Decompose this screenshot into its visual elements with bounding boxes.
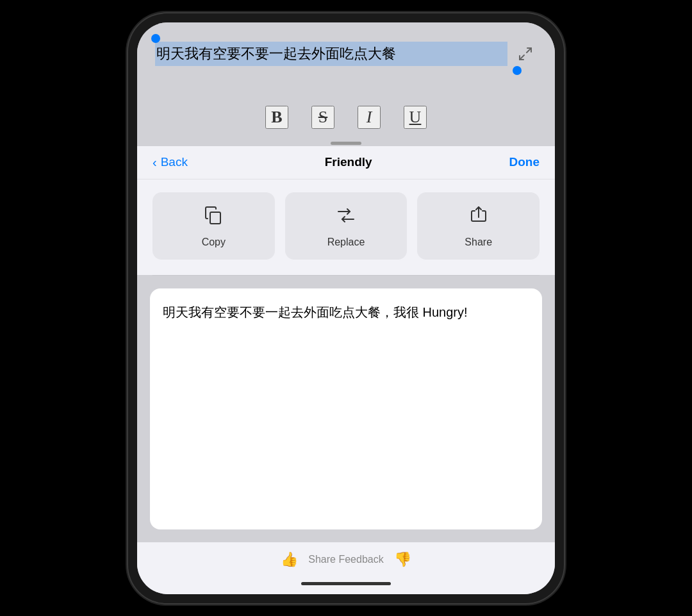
section-divider [152,275,540,276]
share-icon [468,205,489,230]
selected-text-row: 明天我有空要不要一起去外面吃点大餐 [155,42,537,67]
italic-button[interactable]: I [358,106,381,129]
done-button[interactable]: Done [509,155,540,169]
drag-handle-bar [331,142,361,145]
thumbs-up-icon[interactable]: 👍 [281,551,298,568]
copy-button[interactable]: Copy [152,192,275,260]
share-button[interactable]: Share [417,192,540,260]
bold-button[interactable]: B [265,106,288,129]
strikethrough-button[interactable]: S [311,106,334,129]
back-label: Back [161,155,188,169]
underline-button[interactable]: U [404,106,427,129]
translation-result: 明天我有空要不要一起去外面吃点大餐，我很 Hungry! [150,288,542,529]
back-button[interactable]: ‹ Back [152,155,188,170]
feedback-section: 👍 Share Feedback 👎 [137,542,555,577]
feedback-label: Share Feedback [308,554,383,565]
share-label: Share [465,237,492,248]
text-editing-area: 明天我有空要不要一起去外面吃点大餐 [137,22,555,99]
nav-title: Friendly [325,155,372,169]
chevron-left-icon: ‹ [152,155,157,170]
svg-rect-2 [210,212,220,224]
replace-label: Replace [327,237,365,248]
formatting-toolbar: B S I U [137,99,555,138]
phone-screen: 明天我有空要不要一起去外面吃点大餐 B S I U [137,22,555,594]
replace-icon [336,205,356,230]
action-buttons-section: Copy Replace [137,179,555,275]
svg-line-1 [520,55,524,60]
replace-button[interactable]: Replace [285,192,408,260]
copy-label: Copy [202,237,226,248]
copy-icon [203,205,224,230]
thumbs-down-icon[interactable]: 👎 [394,551,411,568]
cursor-handle-right [513,66,522,75]
svg-line-0 [527,48,531,53]
selected-text-display: 明天我有空要不要一起去外面吃点大餐 [155,42,507,67]
drag-handle [137,138,555,146]
phone-frame: 明天我有空要不要一起去外面吃点大餐 B S I U [128,13,564,603]
translation-text: 明天我有空要不要一起去外面吃点大餐，我很 Hungry! [163,303,529,322]
home-bar [301,582,391,585]
expand-icon[interactable] [514,42,537,65]
nav-bar: ‹ Back Friendly Done [137,146,555,179]
home-indicator [137,577,555,594]
